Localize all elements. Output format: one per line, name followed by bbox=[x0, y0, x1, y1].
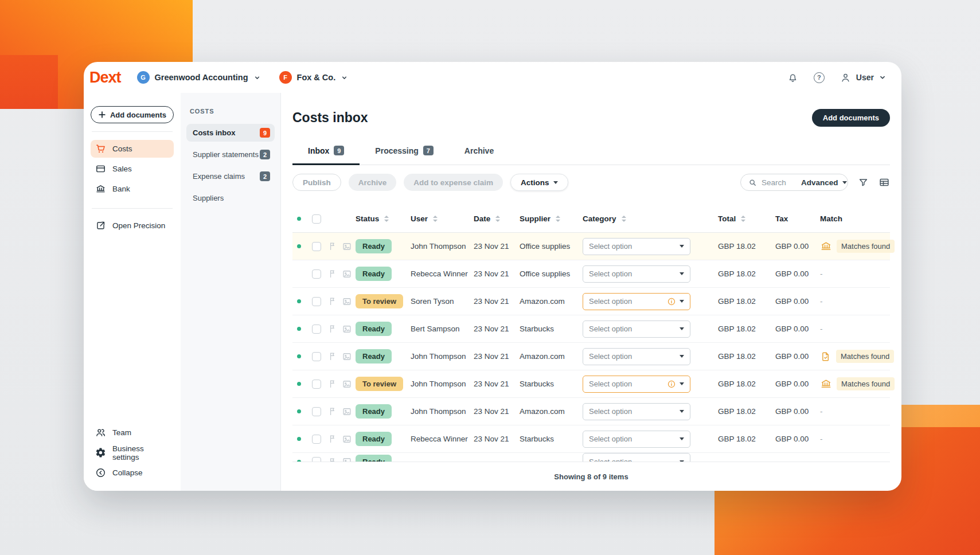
table-row[interactable]: To review Soren Tyson 23 Nov 21 Amazon.c… bbox=[292, 288, 890, 315]
sidebar-item-sales[interactable]: Sales bbox=[91, 160, 174, 178]
flag-icon[interactable] bbox=[328, 269, 342, 279]
column-header-category[interactable]: Category bbox=[583, 214, 718, 223]
panel-item-suppliers[interactable]: Suppliers bbox=[186, 189, 275, 207]
sidebar-item-business-settings[interactable]: Business settings bbox=[91, 444, 174, 462]
row-checkbox[interactable] bbox=[312, 352, 321, 361]
tab-label: Archive bbox=[464, 146, 494, 155]
table-row[interactable]: Ready Rebecca Winner 23 Nov 21 Starbucks… bbox=[292, 425, 890, 453]
date-cell: 23 Nov 21 bbox=[474, 380, 520, 388]
match-cell: Matches found bbox=[820, 350, 894, 363]
help-icon[interactable]: ? bbox=[814, 72, 825, 83]
flag-icon[interactable] bbox=[328, 351, 342, 361]
column-header-total[interactable]: Total bbox=[718, 214, 775, 223]
sidebar-item-team[interactable]: Team bbox=[91, 424, 174, 441]
flag-icon[interactable] bbox=[328, 434, 342, 444]
column-header-date[interactable]: Date bbox=[474, 214, 520, 223]
receipt-image-icon[interactable] bbox=[342, 324, 356, 334]
receipt-image-icon[interactable] bbox=[342, 296, 356, 307]
search-input[interactable] bbox=[762, 178, 797, 187]
panel-item-supplier-statements[interactable]: Supplier statements 2 bbox=[186, 146, 275, 163]
tax-cell: GBP 0.00 bbox=[775, 380, 820, 388]
sidebar-item-costs[interactable]: Costs bbox=[91, 140, 174, 158]
receipt-image-icon[interactable] bbox=[342, 379, 356, 389]
receipt-image-icon[interactable] bbox=[342, 241, 356, 252]
category-select[interactable]: Select option bbox=[583, 238, 690, 255]
status-chip: Ready bbox=[356, 267, 392, 281]
sort-icon bbox=[495, 216, 500, 222]
sidebar-item-bank[interactable]: Bank bbox=[91, 180, 174, 198]
tab-archive[interactable]: Archive bbox=[449, 138, 509, 165]
advanced-search-toggle[interactable]: Advanced bbox=[801, 178, 847, 187]
row-checkbox[interactable] bbox=[312, 380, 321, 389]
status-chip: Ready bbox=[356, 322, 392, 336]
column-header-tax[interactable]: Tax bbox=[775, 214, 820, 223]
category-select[interactable]: Select option bbox=[583, 293, 690, 310]
flag-icon[interactable] bbox=[328, 379, 342, 389]
category-select[interactable]: Select option bbox=[583, 348, 690, 365]
actions-dropdown-button[interactable]: Actions bbox=[510, 174, 568, 191]
category-select[interactable]: Select option bbox=[583, 431, 690, 448]
column-settings-icon[interactable] bbox=[879, 177, 890, 188]
category-select[interactable]: Select option bbox=[583, 403, 690, 420]
panel-item-expense-claims[interactable]: Expense claims 2 bbox=[186, 167, 275, 185]
table-row[interactable]: Ready Bert Sampson 23 Nov 21 Starbucks S… bbox=[292, 315, 890, 343]
status-chip: Ready bbox=[356, 455, 392, 462]
row-checkbox[interactable] bbox=[312, 457, 321, 462]
flag-icon[interactable] bbox=[328, 457, 342, 462]
row-checkbox[interactable] bbox=[312, 269, 321, 279]
row-checkbox[interactable] bbox=[312, 297, 321, 306]
category-select[interactable]: Select option bbox=[583, 453, 690, 462]
flag-icon[interactable] bbox=[328, 241, 342, 251]
receipt-image-icon[interactable] bbox=[342, 351, 356, 362]
column-header-status[interactable]: Status bbox=[356, 214, 411, 223]
category-select[interactable]: Select option bbox=[583, 376, 690, 393]
publish-button[interactable]: Publish bbox=[292, 174, 341, 191]
table-row[interactable]: Ready John Thompson 23 Nov 21 Amazon.com… bbox=[292, 398, 890, 425]
add-to-expense-claim-button[interactable]: Add to expense claim bbox=[404, 174, 503, 191]
flag-icon[interactable] bbox=[328, 324, 342, 334]
row-checkbox[interactable] bbox=[312, 242, 321, 251]
tab-inbox[interactable]: Inbox 9 bbox=[292, 138, 360, 165]
row-checkbox[interactable] bbox=[312, 407, 321, 416]
user-cell: Bert Sampson bbox=[411, 325, 474, 333]
select-all-checkbox[interactable] bbox=[312, 214, 321, 224]
column-header-match[interactable]: Match bbox=[820, 214, 890, 223]
chevron-down-icon bbox=[680, 300, 684, 303]
row-checkbox[interactable] bbox=[312, 435, 321, 444]
notifications-bell-icon[interactable] bbox=[787, 72, 799, 84]
tab-count-badge: 7 bbox=[423, 146, 434, 155]
status-chip: To review bbox=[356, 294, 403, 308]
table-row[interactable]: Ready John Thompson 23 Nov 21 Amazon.com… bbox=[292, 343, 890, 370]
sidebar-collapse-button[interactable]: Collapse bbox=[91, 464, 174, 482]
flag-icon[interactable] bbox=[328, 407, 342, 416]
category-select[interactable]: Select option bbox=[583, 265, 690, 283]
category-select[interactable]: Select option bbox=[583, 321, 690, 338]
column-header-supplier[interactable]: Supplier bbox=[520, 214, 583, 223]
receipt-image-icon[interactable] bbox=[342, 434, 356, 444]
panel-item-costs-inbox[interactable]: Costs inbox 9 bbox=[186, 124, 275, 142]
receipt-image-icon[interactable] bbox=[342, 407, 356, 417]
archive-button[interactable]: Archive bbox=[349, 174, 397, 191]
sidebar-add-documents-button[interactable]: Add documents bbox=[91, 106, 174, 123]
chevron-down-icon bbox=[680, 382, 684, 385]
filter-icon[interactable] bbox=[858, 177, 869, 188]
sidebar-item-open-precision[interactable]: Open Precision bbox=[91, 217, 174, 234]
table-row[interactable]: To review John Thompson 23 Nov 21 Starbu… bbox=[292, 370, 890, 398]
table-row[interactable]: Ready Rebecca Winner 23 Nov 21 Office su… bbox=[292, 260, 890, 288]
receipt-image-icon[interactable] bbox=[342, 456, 356, 462]
user-icon bbox=[840, 72, 852, 84]
receipt-image-icon[interactable] bbox=[342, 269, 356, 279]
tax-cell: GBP 0.00 bbox=[775, 407, 820, 416]
row-checkbox[interactable] bbox=[312, 325, 321, 334]
table-row[interactable]: Ready John Thompson 23 Nov 21 Office sup… bbox=[292, 233, 890, 260]
table-row[interactable]: Ready Select option bbox=[292, 453, 890, 462]
tab-processing[interactable]: Processing 7 bbox=[360, 138, 448, 165]
costs-panel-heading: COSTS bbox=[190, 108, 275, 115]
client-switcher[interactable]: F Fox & Co. bbox=[279, 71, 349, 84]
organization-switcher[interactable]: G Greenwood Accounting bbox=[137, 71, 261, 84]
flag-icon[interactable] bbox=[328, 296, 342, 306]
category-select-placeholder: Select option bbox=[589, 325, 676, 333]
user-menu[interactable]: User bbox=[840, 72, 887, 84]
add-documents-button[interactable]: Add documents bbox=[812, 109, 890, 127]
column-header-user[interactable]: User bbox=[411, 214, 474, 223]
